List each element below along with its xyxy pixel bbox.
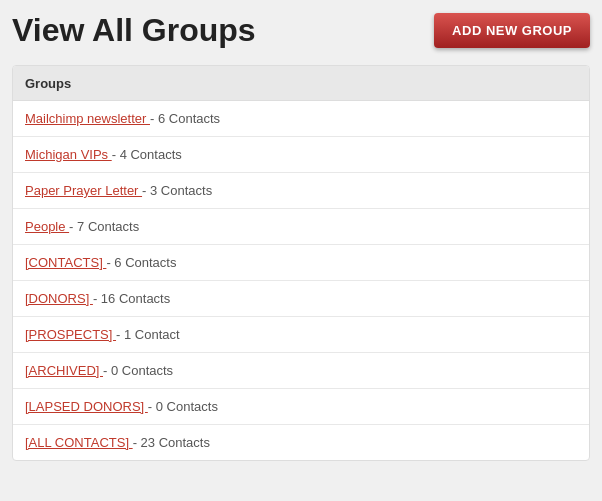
group-link-lapsed-donors[interactable]: [LAPSED DONORS]	[25, 399, 148, 414]
contact-count-people: - 7 Contacts	[69, 219, 139, 234]
table-row: [PROSPECTS] - 1 Contact	[13, 317, 589, 353]
table-row: People - 7 Contacts	[13, 209, 589, 245]
contact-count-archived: - 0 Contacts	[103, 363, 173, 378]
table-header: Groups	[13, 66, 589, 101]
table-row: [ARCHIVED] - 0 Contacts	[13, 353, 589, 389]
group-link-prospects[interactable]: [PROSPECTS]	[25, 327, 116, 342]
contact-count-michigan-vips: - 4 Contacts	[112, 147, 182, 162]
group-link-michigan-vips[interactable]: Michigan VIPs	[25, 147, 112, 162]
groups-table: Groups Mailchimp newsletter - 6 Contacts…	[12, 65, 590, 461]
table-row: Michigan VIPs - 4 Contacts	[13, 137, 589, 173]
group-link-contacts[interactable]: [CONTACTS]	[25, 255, 106, 270]
contact-count-contacts: - 6 Contacts	[106, 255, 176, 270]
contact-count-donors: - 16 Contacts	[93, 291, 170, 306]
group-link-people[interactable]: People	[25, 219, 69, 234]
contact-count-lapsed-donors: - 0 Contacts	[148, 399, 218, 414]
contact-count-paper-prayer-letter: - 3 Contacts	[142, 183, 212, 198]
table-rows: Mailchimp newsletter - 6 ContactsMichiga…	[13, 101, 589, 460]
group-link-mailchimp-newsletter[interactable]: Mailchimp newsletter	[25, 111, 150, 126]
table-row: Paper Prayer Letter - 3 Contacts	[13, 173, 589, 209]
page-header: View All Groups ADD NEW GROUP	[12, 12, 590, 49]
table-row: [ALL CONTACTS] - 23 Contacts	[13, 425, 589, 460]
page-title: View All Groups	[12, 12, 256, 49]
table-row: [LAPSED DONORS] - 0 Contacts	[13, 389, 589, 425]
add-new-group-button[interactable]: ADD NEW GROUP	[434, 13, 590, 48]
table-row: [CONTACTS] - 6 Contacts	[13, 245, 589, 281]
group-link-paper-prayer-letter[interactable]: Paper Prayer Letter	[25, 183, 142, 198]
table-row: [DONORS] - 16 Contacts	[13, 281, 589, 317]
contact-count-all-contacts: - 23 Contacts	[133, 435, 210, 450]
contact-count-mailchimp-newsletter: - 6 Contacts	[150, 111, 220, 126]
group-link-all-contacts[interactable]: [ALL CONTACTS]	[25, 435, 133, 450]
page-container: View All Groups ADD NEW GROUP Groups Mai…	[0, 0, 602, 501]
table-row: Mailchimp newsletter - 6 Contacts	[13, 101, 589, 137]
table-column-header: Groups	[25, 76, 71, 91]
group-link-donors[interactable]: [DONORS]	[25, 291, 93, 306]
contact-count-prospects: - 1 Contact	[116, 327, 180, 342]
group-link-archived[interactable]: [ARCHIVED]	[25, 363, 103, 378]
